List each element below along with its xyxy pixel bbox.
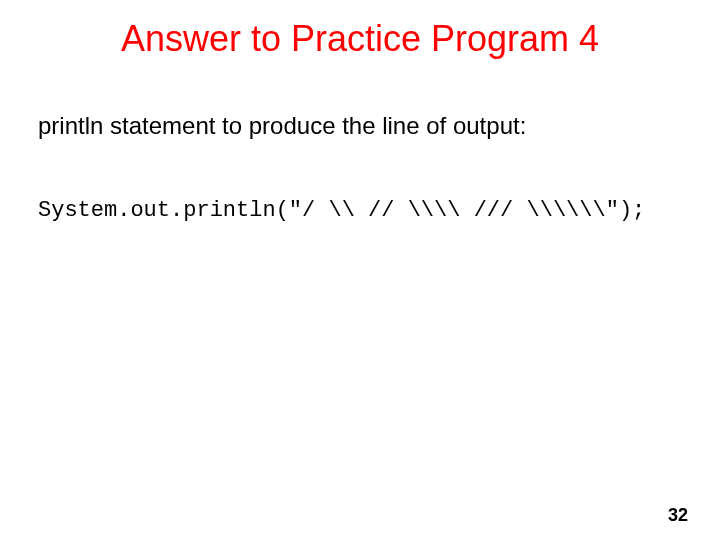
- code-line: System.out.println("/ \\ // \\\\ /// \\\…: [38, 198, 645, 223]
- body-text: println statement to produce the line of…: [38, 112, 526, 140]
- page-number: 32: [668, 505, 688, 526]
- slide: Answer to Practice Program 4 println sta…: [0, 0, 720, 540]
- slide-title: Answer to Practice Program 4: [0, 18, 720, 60]
